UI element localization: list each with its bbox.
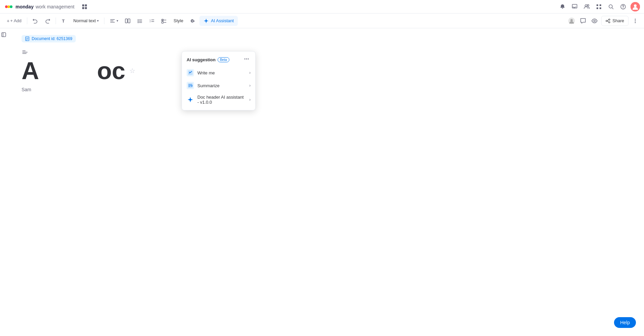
svg-rect-12: [597, 7, 598, 9]
write-me-icon-container: [187, 69, 194, 76]
text-format-button[interactable]: T: [59, 16, 69, 26]
grid-icon-btn[interactable]: [80, 2, 89, 11]
write-me-icon: [188, 70, 193, 75]
doc-content: Document id: 6251369 A oc ☆ Sam AI sug: [8, 28, 644, 336]
svg-line-15: [612, 8, 613, 9]
svg-text:2.: 2.: [150, 21, 151, 23]
main-area: Document id: 6251369 A oc ☆ Sam AI sug: [0, 28, 644, 336]
bell-icon: [559, 4, 566, 10]
checklist-button[interactable]: [159, 16, 169, 26]
svg-point-50: [635, 20, 636, 21]
inbox-btn[interactable]: [570, 2, 579, 11]
viewers-btn[interactable]: [590, 16, 599, 26]
summarize-icon-container: [187, 82, 194, 89]
ai-suggestion-dropdown: AI suggestion Beta: [182, 51, 256, 110]
bullet-list-button[interactable]: [134, 16, 145, 26]
grid-icon: [82, 4, 87, 9]
mention-button[interactable]: [187, 16, 198, 26]
top-nav-icons: [558, 2, 640, 11]
toolbar: + + Add T Normal text ▾ ▾: [0, 13, 644, 28]
svg-rect-11: [600, 4, 601, 6]
ai-write-me-item[interactable]: Write me ›: [182, 66, 255, 79]
svg-point-30: [138, 22, 139, 23]
svg-rect-38: [162, 22, 163, 23]
search-icon: [608, 4, 614, 10]
people-icon: [584, 4, 590, 10]
toolbar-divider-2: [56, 18, 56, 24]
svg-rect-24: [125, 19, 127, 23]
svg-rect-4: [85, 4, 87, 6]
avatar[interactable]: [631, 2, 640, 11]
eye-icon: [591, 18, 598, 24]
svg-point-61: [245, 59, 246, 60]
apps-btn[interactable]: [594, 2, 604, 11]
redo-button[interactable]: [42, 16, 53, 26]
doc-icon: [25, 36, 30, 41]
doc-header-icon: [187, 97, 193, 103]
app-name: monday: [15, 4, 34, 9]
columns-button[interactable]: [122, 16, 133, 26]
user-icon-toolbar: [568, 18, 575, 24]
ai-doc-header-item[interactable]: Doc header AI assistant - v1.0.0 ›: [182, 92, 255, 107]
notification-btn[interactable]: [558, 2, 567, 11]
checklist-icon: [161, 18, 167, 24]
favorite-icon[interactable]: ☆: [129, 67, 135, 75]
help-button[interactable]: Help: [614, 317, 636, 328]
doc-title-text: A: [22, 59, 39, 83]
style-label: Style: [173, 18, 183, 23]
ordered-list-button[interactable]: 1. 2.: [147, 16, 157, 26]
ai-summarize-item[interactable]: Summarize ›: [182, 79, 255, 92]
sidebar-toggle[interactable]: [0, 28, 8, 336]
svg-point-42: [571, 19, 573, 21]
summarize-chevron: ›: [249, 83, 251, 88]
mention-icon: [190, 18, 195, 24]
align-icon: [110, 18, 115, 24]
svg-rect-52: [2, 33, 6, 37]
svg-point-1: [7, 5, 10, 8]
summarize-label: Summarize: [197, 83, 220, 88]
share-label: Share: [612, 18, 624, 23]
doc-header-icon-container: [187, 96, 194, 103]
undo-icon: [33, 18, 38, 24]
svg-point-65: [191, 71, 192, 72]
monday-logo-icon: [4, 2, 13, 11]
outline-icon: [22, 49, 28, 56]
outline-toggle[interactable]: [22, 49, 28, 56]
chevron-down-icon: ▾: [97, 19, 99, 23]
svg-point-62: [246, 59, 247, 60]
more-options-icon: [632, 18, 638, 24]
beta-badge: Beta: [218, 57, 229, 62]
apps-icon: [596, 4, 602, 10]
comments-btn[interactable]: [578, 16, 588, 26]
comment-icon: [580, 18, 586, 24]
doc-title-area: A oc ☆: [22, 59, 631, 83]
people-btn[interactable]: [582, 2, 591, 11]
ai-dropdown-title: AI suggestion: [187, 57, 216, 62]
svg-point-26: [138, 19, 139, 20]
app-logo: monday work management: [4, 2, 74, 11]
ai-dropdown-more-btn[interactable]: [243, 56, 251, 63]
avatar-icon: [631, 2, 640, 11]
undo-button[interactable]: [30, 16, 41, 26]
ai-assistant-button[interactable]: AI Assistant: [199, 16, 238, 26]
svg-point-19: [634, 4, 637, 7]
text-style-dropdown[interactable]: Normal text ▾: [71, 16, 101, 26]
more-horizontal-icon: [244, 56, 249, 62]
add-button[interactable]: + + Add: [4, 16, 24, 26]
doc-header-chevron: ›: [249, 97, 251, 102]
svg-point-43: [594, 20, 595, 22]
style-button[interactable]: Style: [171, 16, 186, 26]
svg-point-8: [585, 5, 587, 7]
more-options-btn[interactable]: [631, 16, 640, 26]
ai-dropdown-header: AI suggestion Beta: [182, 54, 255, 66]
user-avatar-toolbar-btn[interactable]: [567, 16, 576, 26]
help-nav-btn[interactable]: [618, 2, 628, 11]
search-btn[interactable]: [606, 2, 616, 11]
columns-icon: [125, 18, 130, 24]
summarize-icon: [188, 83, 193, 88]
align-button[interactable]: ▾: [107, 16, 121, 26]
share-button[interactable]: Share: [601, 16, 629, 26]
ai-sparkle-icon: [203, 18, 209, 24]
svg-line-47: [607, 20, 609, 21]
text-format-icon: T: [61, 18, 67, 24]
